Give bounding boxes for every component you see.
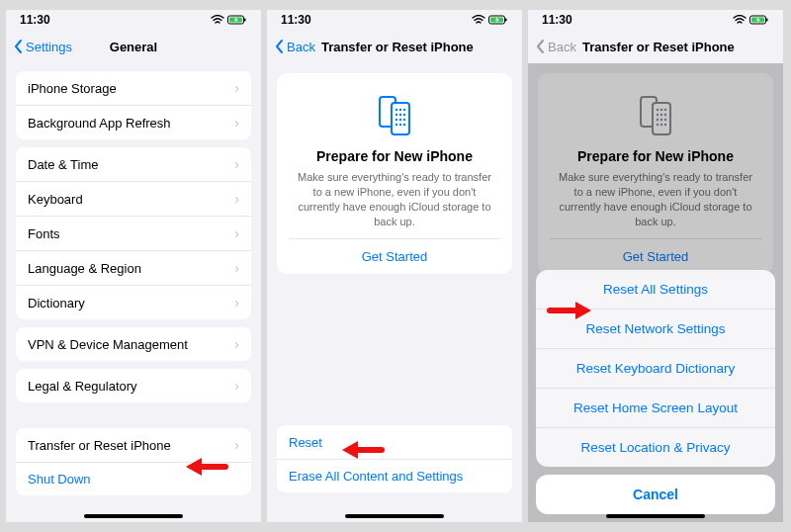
status-time: 11:30 — [20, 13, 50, 27]
wifi-icon — [733, 15, 747, 25]
chevron-right-icon: › — [234, 336, 239, 352]
row-date-time[interactable]: Date & Time› — [16, 147, 251, 181]
iphone-transfer-icon — [289, 93, 500, 138]
content-area: iPhone Storage› Background App Refresh› … — [6, 63, 261, 522]
group-reset-erase: Reset Erase All Content and Settings — [277, 425, 512, 492]
nav-bar: Settings General — [6, 30, 261, 63]
sheet-reset-location-privacy[interactable]: Reset Location & Privacy — [536, 427, 775, 467]
battery-icon — [749, 15, 769, 25]
chevron-right-icon: › — [234, 378, 239, 394]
status-bar: 11:30 — [528, 10, 783, 30]
svg-point-17 — [396, 124, 397, 126]
action-sheet-options: Reset All Settings Reset Network Setting… — [536, 270, 775, 467]
group-vpn: VPN & Device Management› — [16, 327, 251, 361]
battery-icon — [227, 15, 247, 25]
svg-point-18 — [399, 124, 401, 126]
screen-3-reset-sheet: 11:30 Back Transfer or Reset iPhone Prep… — [528, 10, 783, 522]
row-legal-regulatory[interactable]: Legal & Regulatory› — [16, 369, 251, 402]
chevron-right-icon: › — [234, 115, 239, 131]
back-label: Settings — [26, 40, 72, 54]
screen-1-general: 11:30 Settings General iPhone Storage› B… — [6, 10, 261, 522]
prepare-card: Prepare for New iPhone Make sure everyth… — [277, 73, 512, 274]
sheet-reset-all-settings[interactable]: Reset All Settings — [536, 270, 775, 309]
row-transfer-or-reset[interactable]: Transfer or Reset iPhone› — [16, 428, 251, 462]
status-time: 11:30 — [281, 13, 311, 27]
status-icons — [211, 15, 247, 25]
svg-point-12 — [399, 114, 401, 116]
content-area: Prepare for New iPhone Make sure everyth… — [528, 63, 783, 522]
status-time: 11:30 — [542, 13, 572, 27]
get-started-button[interactable]: Get Started — [289, 238, 500, 274]
row-reset[interactable]: Reset — [277, 425, 512, 459]
prepare-title: Prepare for New iPhone — [289, 148, 500, 164]
svg-rect-5 — [505, 19, 507, 22]
page-title: Transfer or Reset iPhone — [582, 40, 735, 54]
sheet-reset-home-screen-layout[interactable]: Reset Home Screen Layout — [536, 388, 775, 427]
group-storage: iPhone Storage› Background App Refresh› — [16, 71, 251, 139]
sheet-reset-network-settings[interactable]: Reset Network Settings — [536, 309, 775, 348]
chevron-right-icon: › — [234, 191, 239, 207]
chevron-left-icon — [536, 39, 546, 54]
back-button-dimmed: Back — [536, 39, 576, 54]
back-button[interactable]: Back — [275, 39, 315, 54]
cancel-button[interactable]: Cancel — [536, 475, 775, 514]
chevron-right-icon: › — [234, 225, 239, 241]
svg-point-8 — [396, 109, 397, 111]
home-indicator[interactable] — [345, 514, 444, 518]
chevron-left-icon — [14, 39, 24, 54]
svg-point-14 — [396, 119, 397, 121]
back-label: Back — [287, 40, 315, 54]
sheet-reset-keyboard-dictionary[interactable]: Reset Keyboard Dictionary — [536, 348, 775, 388]
chevron-right-icon: › — [234, 437, 239, 453]
group-date-keyboard: Date & Time› Keyboard› Fonts› Language &… — [16, 147, 251, 319]
status-icons — [733, 15, 769, 25]
row-shut-down[interactable]: Shut Down — [16, 462, 251, 495]
svg-rect-22 — [766, 19, 768, 22]
svg-point-16 — [403, 119, 405, 121]
content-area: Prepare for New iPhone Make sure everyth… — [267, 63, 522, 522]
page-title: Transfer or Reset iPhone — [321, 40, 474, 54]
svg-point-19 — [403, 124, 405, 126]
svg-point-10 — [403, 109, 405, 111]
status-icons — [472, 15, 508, 25]
bottom-actions: Reset Erase All Content and Settings — [267, 417, 522, 500]
action-sheet: Reset All Settings Reset Network Setting… — [536, 270, 775, 514]
nav-bar: Back Transfer or Reset iPhone — [267, 30, 522, 63]
chevron-right-icon: › — [234, 80, 239, 96]
row-language-region[interactable]: Language & Region› — [16, 250, 251, 285]
row-fonts[interactable]: Fonts› — [16, 216, 251, 250]
battery-icon — [488, 15, 508, 25]
screen-2-transfer-reset: 11:30 Back Transfer or Reset iPhone Prep… — [267, 10, 522, 522]
group-legal: Legal & Regulatory› — [16, 369, 251, 402]
svg-point-13 — [403, 114, 405, 116]
row-keyboard[interactable]: Keyboard› — [16, 181, 251, 216]
chevron-right-icon: › — [234, 156, 239, 172]
svg-rect-2 — [244, 19, 246, 22]
row-background-app-refresh[interactable]: Background App Refresh› — [16, 105, 251, 139]
wifi-icon — [211, 15, 224, 25]
group-transfer-shutdown: Transfer or Reset iPhone› Shut Down — [16, 428, 251, 495]
svg-point-11 — [396, 114, 397, 116]
back-button[interactable]: Settings — [14, 39, 72, 54]
prepare-desc: Make sure everything's ready to transfer… — [289, 170, 500, 238]
row-vpn-device-management[interactable]: VPN & Device Management› — [16, 327, 251, 361]
row-dictionary[interactable]: Dictionary› — [16, 285, 251, 319]
chevron-left-icon — [275, 39, 285, 54]
wifi-icon — [472, 15, 485, 25]
row-iphone-storage[interactable]: iPhone Storage› — [16, 71, 251, 105]
status-bar: 11:30 — [6, 10, 261, 30]
nav-bar: Back Transfer or Reset iPhone — [528, 30, 783, 63]
svg-point-15 — [399, 119, 401, 121]
svg-point-9 — [399, 109, 401, 111]
chevron-right-icon: › — [234, 295, 239, 310]
back-label: Back — [548, 40, 576, 54]
home-indicator[interactable] — [84, 514, 183, 518]
status-bar: 11:30 — [267, 10, 522, 30]
chevron-right-icon: › — [234, 260, 239, 276]
row-erase-all[interactable]: Erase All Content and Settings — [277, 459, 512, 492]
home-indicator[interactable] — [606, 514, 705, 518]
